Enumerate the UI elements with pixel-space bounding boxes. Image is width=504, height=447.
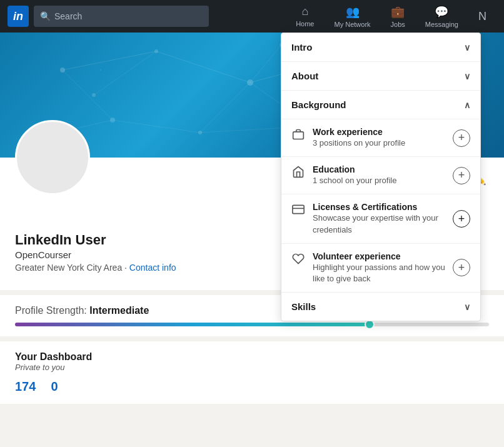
- svg-line-30: [250, 45, 281, 83]
- add-section-dropdown: Intro ∨ About ∨ Background ∧ Work experi…: [281, 33, 481, 321]
- chevron-down-icon-2: ∨: [464, 71, 470, 81]
- dropdown-item-volunteer[interactable]: Volunteer experience Highlight your pass…: [281, 243, 480, 292]
- dropdown-item-work[interactable]: Work experience 3 positions on your prof…: [281, 119, 480, 156]
- more-icon: N: [478, 10, 486, 23]
- work-title: Work experience: [313, 127, 445, 137]
- chevron-down-icon-3: ∨: [464, 302, 470, 312]
- intro-label: Intro: [291, 42, 312, 53]
- education-title: Education: [313, 164, 445, 174]
- certificate-icon: [291, 203, 305, 219]
- strength-level: Intermediate: [89, 305, 149, 316]
- licenses-title: Licenses & Certifications: [313, 202, 445, 212]
- home-icon: ⌂: [301, 5, 308, 18]
- dropdown-item-education[interactable]: Education 1 school on your profile +: [281, 156, 480, 194]
- work-desc: 3 positions on your profile: [313, 138, 445, 149]
- svg-rect-33: [293, 132, 304, 139]
- dashboard-stats: 174 0: [15, 379, 489, 394]
- volunteer-title: Volunteer experience: [313, 251, 445, 261]
- dropdown-header-background[interactable]: Background ∧: [281, 91, 480, 119]
- mynetwork-icon: 👥: [346, 5, 360, 19]
- svg-line-21: [200, 83, 250, 133]
- nav-home[interactable]: ⌂ Home: [286, 1, 324, 31]
- progress-fill: [15, 323, 371, 326]
- stat-value-1: 174: [15, 379, 36, 394]
- dropdown-header-skills[interactable]: Skills ∨: [281, 293, 480, 321]
- dropdown-item-licenses[interactable]: Licenses & Certifications Showcase your …: [281, 194, 480, 243]
- nav-more[interactable]: N: [468, 6, 496, 27]
- nav-mynetwork[interactable]: 👥 My Network: [324, 1, 380, 32]
- skills-label: Skills: [291, 301, 316, 312]
- education-text: Education 1 school on your profile: [313, 164, 445, 186]
- volunteer-text: Volunteer experience Highlight your pass…: [313, 251, 445, 284]
- add-work-button[interactable]: +: [453, 129, 470, 147]
- messaging-icon: 💬: [435, 5, 448, 19]
- progress-bar: [15, 323, 489, 326]
- dropdown-section-about: About ∨: [281, 62, 480, 91]
- top-navigation: in 🔍 ⌂ Home 👥 My Network 💼 Jobs 💬 Messag…: [0, 0, 504, 33]
- education-desc: 1 school on your profile: [313, 175, 445, 186]
- nav-home-label: Home: [296, 20, 314, 28]
- svg-line-16: [156, 51, 250, 83]
- nav-messaging-label: Messaging: [425, 21, 458, 28]
- search-bar[interactable]: 🔍: [34, 6, 209, 27]
- school-icon: [291, 166, 305, 181]
- work-text: Work experience 3 positions on your prof…: [313, 127, 445, 149]
- licenses-desc: Showcase your expertise with your creden…: [313, 213, 445, 235]
- dropdown-section-skills: Skills ∨: [281, 293, 480, 321]
- dashboard-card: Your Dashboard Private to you 174 0: [0, 341, 504, 404]
- svg-rect-34: [293, 206, 304, 214]
- briefcase-icon: [291, 128, 305, 144]
- nav-jobs[interactable]: 💼 Jobs: [381, 1, 415, 32]
- dropdown-header-intro[interactable]: Intro ∨: [281, 33, 480, 61]
- svg-line-20: [63, 70, 113, 120]
- linkedin-logo[interactable]: in: [8, 6, 29, 27]
- about-label: About: [291, 71, 318, 81]
- volunteer-desc: Highlight your passions and how you like…: [313, 262, 445, 284]
- contact-info-link[interactable]: Contact info: [129, 263, 176, 273]
- avatar-wrapper: [15, 120, 90, 195]
- licenses-text: Licenses & Certifications Showcase your …: [313, 202, 445, 235]
- svg-line-26: [113, 120, 200, 133]
- stat-value-2: 0: [51, 379, 58, 394]
- nav-jobs-label: Jobs: [391, 21, 405, 28]
- dropdown-header-about[interactable]: About ∨: [281, 62, 480, 90]
- chevron-down-icon: ∨: [464, 43, 470, 53]
- dropdown-section-intro: Intro ∨: [281, 33, 480, 62]
- nav-icons: ⌂ Home 👥 My Network 💼 Jobs 💬 Messaging N: [286, 1, 496, 32]
- heart-icon: [291, 253, 305, 268]
- search-icon: 🔍: [40, 11, 51, 21]
- nav-messaging[interactable]: 💬 Messaging: [415, 1, 468, 32]
- dashboard-title: Your Dashboard: [15, 351, 489, 363]
- svg-line-15: [63, 51, 156, 70]
- search-input[interactable]: [54, 11, 203, 21]
- add-licenses-button[interactable]: +: [453, 210, 470, 228]
- dropdown-section-background: Background ∧ Work experience 3 positions…: [281, 91, 480, 293]
- background-label: Background: [291, 99, 346, 110]
- jobs-icon: 💼: [391, 5, 405, 19]
- dashboard-subtitle: Private to you: [15, 363, 489, 372]
- add-education-button[interactable]: +: [453, 167, 470, 184]
- avatar: [15, 120, 90, 195]
- add-volunteer-button[interactable]: +: [453, 259, 470, 276]
- nav-mynetwork-label: My Network: [334, 21, 370, 28]
- chevron-up-icon: ∧: [464, 100, 470, 110]
